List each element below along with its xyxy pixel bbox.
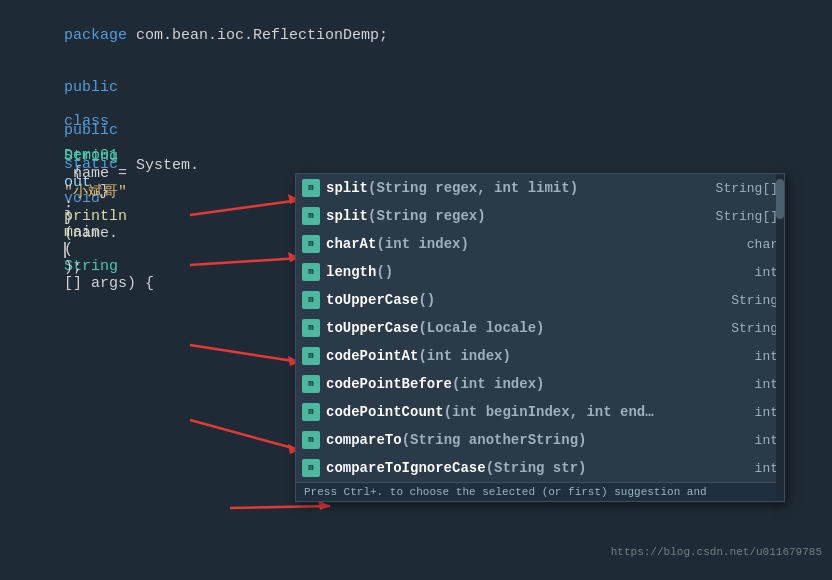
autocomplete-dropdown[interactable]: m split(String regex, int limit) String[… xyxy=(295,173,785,502)
code-line-6: System. out . println (name. ); xyxy=(0,140,832,166)
svg-line-4 xyxy=(190,345,300,362)
autocomplete-scrollbar[interactable] xyxy=(776,174,784,501)
text-cursor xyxy=(64,242,66,258)
ac-item-6[interactable]: m codePointAt(int index) int xyxy=(296,342,784,370)
watermark: https://blog.csdn.net/u011679785 xyxy=(611,546,822,558)
ac-icon-3: m xyxy=(302,263,320,281)
ac-item-10[interactable]: m compareToIgnoreCase(String str) int xyxy=(296,454,784,482)
ac-icon-8: m xyxy=(302,403,320,421)
code-line-1: package com.bean.ioc.ReflectionDemp; xyxy=(0,10,832,36)
ac-item-9[interactable]: m compareTo(String anotherString) int xyxy=(296,426,784,454)
autocomplete-footer: Press Ctrl+. to choose the selected (or … xyxy=(296,482,784,501)
ac-icon-0: m xyxy=(302,179,320,197)
ac-icon-9: m xyxy=(302,431,320,449)
ac-icon-7: m xyxy=(302,375,320,393)
ac-icon-1: m xyxy=(302,207,320,225)
ac-item-1[interactable]: m split(String regex) String[] xyxy=(296,202,784,230)
svg-line-8 xyxy=(230,506,330,508)
code-line-4: public static void main ( String [] args… xyxy=(0,88,832,114)
ac-item-2[interactable]: m charAt(int index) char xyxy=(296,230,784,258)
ac-icon-10: m xyxy=(302,459,320,477)
code-line-5: String name = "小斌哥" ; xyxy=(0,114,832,140)
ac-item-8[interactable]: m codePointCount(int beginIndex, int end… xyxy=(296,398,784,426)
ac-icon-5: m xyxy=(302,319,320,337)
ac-item-3[interactable]: m length() int xyxy=(296,258,784,286)
code-line-2 xyxy=(0,36,832,62)
ac-icon-6: m xyxy=(302,347,320,365)
svg-line-6 xyxy=(190,420,300,450)
ac-item-7[interactable]: m codePointBefore(int index) int xyxy=(296,370,784,398)
scrollbar-thumb[interactable] xyxy=(776,179,784,219)
code-editor: package com.bean.ioc.ReflectionDemp; pub… xyxy=(0,0,832,580)
ac-item-5[interactable]: m toUpperCase(Locale locale) String xyxy=(296,314,784,342)
ac-item-0[interactable]: m split(String regex, int limit) String[… xyxy=(296,174,784,202)
ac-icon-4: m xyxy=(302,291,320,309)
ac-item-4[interactable]: m toUpperCase() String xyxy=(296,286,784,314)
code-line-3: public class Demo01 { xyxy=(0,62,832,88)
ac-icon-2: m xyxy=(302,235,320,253)
